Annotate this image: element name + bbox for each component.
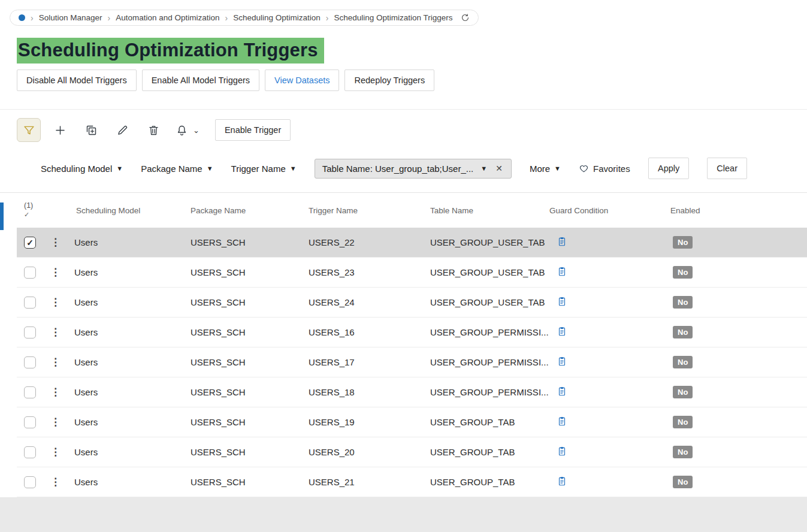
filter-icon[interactable] (17, 118, 41, 142)
breadcrumb-separator: › (108, 14, 111, 22)
row-checkbox[interactable]: ✓ (24, 327, 36, 338)
cell-trigger-name: USERS_23 (307, 267, 429, 277)
guard-condition-icon[interactable] (557, 416, 567, 427)
table-header: (1) ✓ Scheduling Model Package Name Trig… (17, 193, 807, 228)
enabled-badge: No (673, 416, 693, 428)
footer-background (0, 497, 807, 532)
column-header-table-name[interactable]: Table Name (429, 206, 548, 215)
apply-button[interactable]: Apply (648, 158, 689, 179)
cell-scheduling-model: Users (71, 477, 189, 487)
column-header-package-name[interactable]: Package Name (189, 206, 307, 215)
cell-table-name: USER_GROUP_TAB (429, 477, 548, 487)
table-row[interactable]: ✓ ⋮ Users USERS_SCH USERS_18 USER_GROUP_… (17, 377, 807, 407)
table-row[interactable]: ✓ ⋮ Users USERS_SCH USERS_20 USER_GROUP_… (17, 437, 807, 467)
caret-down-icon: ▼ (116, 165, 123, 172)
duplicate-icon[interactable] (79, 118, 103, 142)
caret-down-icon: ▼ (207, 165, 213, 172)
enable-trigger-button[interactable]: Enable Trigger (215, 119, 291, 141)
column-header-trigger-name[interactable]: Trigger Name (307, 206, 429, 215)
clear-button[interactable]: Clear (707, 158, 747, 179)
cell-trigger-name: USERS_16 (307, 327, 429, 337)
row-menu-icon[interactable]: ⋮ (50, 267, 61, 278)
breadcrumb-item[interactable]: Solution Manager (39, 13, 102, 22)
disable-all-model-triggers-button[interactable]: Disable All Model Triggers (17, 69, 137, 91)
edit-icon[interactable] (110, 118, 134, 142)
notifications-menu[interactable]: ⌄ (173, 118, 200, 142)
filter-more-dropdown[interactable]: More ▼ (530, 164, 561, 174)
row-menu-icon[interactable]: ⋮ (50, 386, 61, 398)
view-datasets-button[interactable]: View Datasets (265, 69, 339, 91)
enabled-badge: No (673, 236, 693, 249)
enabled-badge: No (673, 326, 693, 338)
guard-condition-icon[interactable] (557, 446, 567, 457)
row-checkbox[interactable]: ✓ (24, 476, 36, 488)
breadcrumb-separator: › (31, 14, 34, 22)
refresh-icon[interactable] (461, 13, 470, 22)
guard-condition-icon[interactable] (557, 236, 567, 247)
breadcrumb-item[interactable]: Automation and Optimization (116, 13, 219, 22)
guard-condition-icon[interactable] (557, 296, 567, 307)
table-row[interactable]: ✓ ⋮ Users USERS_SCH USERS_21 USER_GROUP_… (17, 467, 807, 497)
bell-icon[interactable] (173, 118, 191, 142)
row-menu-icon[interactable]: ⋮ (50, 356, 61, 368)
guard-condition-icon[interactable] (557, 386, 567, 397)
row-checkbox[interactable]: ✓ (24, 356, 36, 368)
row-menu-icon[interactable]: ⋮ (50, 237, 61, 248)
guard-condition-icon[interactable] (557, 476, 567, 486)
enabled-badge: No (673, 476, 693, 488)
cell-package-name: USERS_SCH (189, 267, 307, 277)
cell-table-name: USER_GROUP_PERMISSI... (429, 387, 548, 397)
cell-package-name: USERS_SCH (189, 297, 307, 307)
guard-condition-icon[interactable] (557, 326, 567, 337)
table-row[interactable]: ✓ ⋮ Users USERS_SCH USERS_24 USER_GROUP_… (17, 288, 807, 318)
row-menu-icon[interactable]: ⋮ (50, 446, 61, 458)
enabled-badge: No (673, 296, 693, 309)
filter-trigger-name-dropdown[interactable]: Trigger Name ▼ (231, 164, 297, 174)
breadcrumb-separator: › (225, 14, 228, 22)
column-header-enabled[interactable]: Enabled (669, 206, 807, 215)
home-dot-icon[interactable] (19, 14, 25, 21)
column-header-guard-condition[interactable]: Guard Condition (548, 206, 669, 215)
row-checkbox[interactable]: ✓ (24, 416, 36, 428)
row-menu-icon[interactable]: ⋮ (50, 476, 61, 488)
delete-icon[interactable] (141, 118, 165, 142)
table-row[interactable]: ✓ ⋮ Users USERS_SCH USERS_23 USER_GROUP_… (17, 258, 807, 288)
row-checkbox[interactable]: ✓ (24, 267, 36, 279)
cell-trigger-name: USERS_18 (307, 387, 429, 397)
row-checkbox[interactable]: ✓ (24, 386, 36, 398)
add-icon[interactable] (48, 118, 72, 142)
enabled-badge: No (673, 356, 693, 368)
table-row[interactable]: ✓ ⋮ Users USERS_SCH USERS_17 USER_GROUP_… (17, 347, 807, 377)
selected-count[interactable]: (1) ✓ (24, 201, 43, 219)
favorites-button[interactable]: Favorites (579, 164, 630, 174)
row-checkbox[interactable]: ✓ (24, 237, 36, 249)
enable-all-model-triggers-button[interactable]: Enable All Model Triggers (142, 69, 259, 91)
column-header-scheduling-model[interactable]: Scheduling Model (71, 206, 189, 215)
table-row[interactable]: ✓ ⋮ Users USERS_SCH USERS_16 USER_GROUP_… (17, 318, 807, 347)
caret-down-icon: ▼ (290, 165, 297, 172)
cell-trigger-name: USERS_21 (307, 477, 429, 487)
cell-scheduling-model: Users (71, 357, 189, 367)
table-row[interactable]: ✓ ⋮ Users USERS_SCH USERS_19 USER_GROUP_… (17, 407, 807, 437)
cell-package-name: USERS_SCH (189, 237, 307, 247)
filter-scheduling-model-dropdown[interactable]: Scheduling Model ▼ (41, 164, 123, 174)
breadcrumb-item[interactable]: Scheduling Optimization Triggers (334, 13, 452, 22)
row-menu-icon[interactable]: ⋮ (50, 297, 61, 308)
row-checkbox[interactable]: ✓ (24, 446, 36, 458)
caret-down-icon: ▼ (480, 165, 487, 172)
cell-scheduling-model: Users (71, 327, 189, 337)
close-icon[interactable]: ✕ (494, 164, 504, 173)
table-row[interactable]: ✓ ⋮ Users USERS_SCH USERS_22 USER_GROUP_… (17, 228, 807, 258)
row-menu-icon[interactable]: ⋮ (50, 416, 61, 428)
filter-package-name-dropdown[interactable]: Package Name ▼ (141, 164, 213, 174)
filter-table-name-chip[interactable]: Table Name: User_group_tab;User_... ▼ ✕ (315, 159, 512, 179)
row-menu-icon[interactable]: ⋮ (50, 327, 61, 338)
cell-table-name: USER_GROUP_USER_TAB (429, 237, 548, 247)
guard-condition-icon[interactable] (557, 266, 567, 277)
redeploy-triggers-button[interactable]: Redeploy Triggers (344, 69, 434, 91)
breadcrumb-item[interactable]: Scheduling Optimization (233, 13, 321, 22)
breadcrumb: ›Solution Manager›Automation and Optimiz… (10, 10, 479, 26)
row-checkbox[interactable]: ✓ (24, 297, 36, 309)
guard-condition-icon[interactable] (557, 356, 567, 367)
more-label: More (530, 164, 550, 174)
